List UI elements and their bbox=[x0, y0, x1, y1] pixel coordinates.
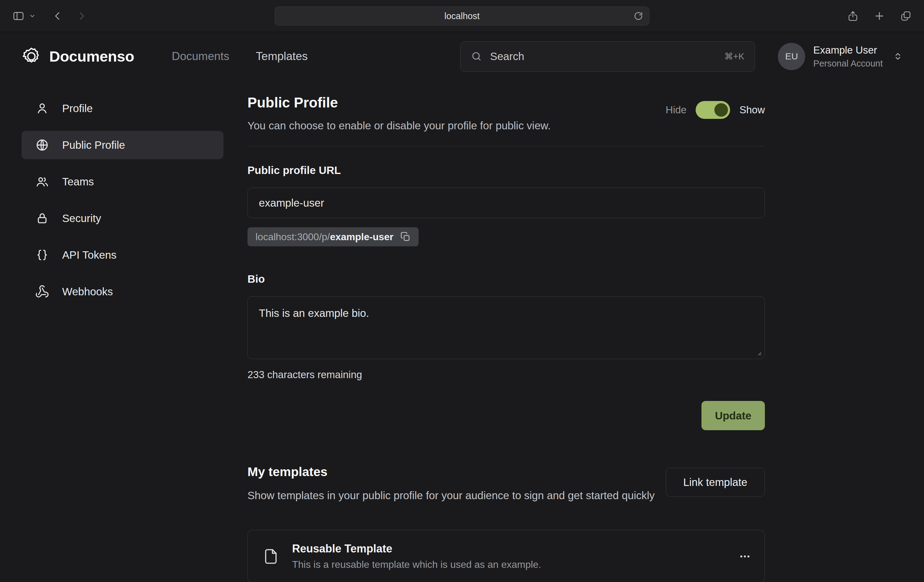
show-label: Show bbox=[739, 104, 765, 116]
sidebar-item-label: Public Profile bbox=[62, 139, 125, 151]
chevron-down-icon bbox=[29, 13, 36, 20]
sidebar-item-webhooks[interactable]: Webhooks bbox=[21, 278, 223, 306]
settings-sidebar: Profile Public Profile Teams Security AP… bbox=[21, 94, 223, 306]
browser-chrome: localhost bbox=[0, 0, 924, 32]
link-template-button[interactable]: Link template bbox=[666, 468, 765, 497]
sidebar-toggle-button[interactable] bbox=[12, 10, 25, 22]
forward-arrow-icon bbox=[76, 11, 87, 21]
sidebar-item-profile[interactable]: Profile bbox=[21, 94, 223, 122]
share-icon bbox=[847, 10, 859, 22]
plus-icon bbox=[873, 10, 885, 22]
sidebar-item-label: API Tokens bbox=[62, 249, 116, 261]
globe-icon bbox=[35, 138, 49, 152]
address-bar-url: localhost bbox=[444, 11, 480, 21]
public-profile-panel: Public Profile You can choose to enable … bbox=[248, 94, 765, 582]
sidebar-toggle-icon bbox=[12, 10, 25, 22]
main-nav: Documents Templates bbox=[172, 50, 308, 63]
url-preview-text: localhost:3000/p/example-user bbox=[256, 231, 393, 243]
content: Profile Public Profile Teams Security AP… bbox=[0, 81, 924, 582]
template-name: Reusable Template bbox=[292, 542, 541, 555]
new-tab-button[interactable] bbox=[873, 10, 885, 22]
search-input[interactable]: Search ⌘+K bbox=[460, 41, 755, 72]
webhook-icon bbox=[35, 284, 49, 299]
sidebar-item-label: Security bbox=[62, 212, 101, 225]
profile-url-input[interactable] bbox=[248, 187, 765, 218]
forward-button[interactable] bbox=[76, 11, 87, 21]
user-menu[interactable]: EU Example User Personal Account bbox=[778, 43, 903, 70]
avatar: EU bbox=[778, 43, 805, 70]
app-header: Documenso Documents Templates Search ⌘+K… bbox=[0, 32, 924, 81]
reload-icon bbox=[634, 12, 643, 21]
app-logo[interactable]: Documenso bbox=[21, 46, 134, 66]
users-icon bbox=[35, 175, 49, 189]
nav-documents[interactable]: Documents bbox=[172, 50, 229, 63]
hide-label: Hide bbox=[666, 104, 687, 116]
sidebar-item-teams[interactable]: Teams bbox=[21, 167, 223, 196]
user-name: Example User bbox=[813, 45, 883, 56]
sidebar-item-security[interactable]: Security bbox=[21, 204, 223, 233]
ellipsis-icon bbox=[739, 550, 751, 562]
nav-templates[interactable]: Templates bbox=[256, 50, 308, 63]
search-icon bbox=[471, 51, 482, 62]
sidebar-item-label: Webhooks bbox=[62, 286, 113, 298]
templates-description: Show templates in your public profile fo… bbox=[248, 488, 655, 503]
documenso-logo-icon bbox=[21, 46, 41, 66]
copy-url-button[interactable] bbox=[400, 231, 411, 242]
braces-icon bbox=[35, 248, 49, 262]
toggle-knob bbox=[714, 103, 728, 117]
profile-url-preview: localhost:3000/p/example-user bbox=[248, 227, 419, 246]
page-subtitle: You can choose to enable or disable your… bbox=[248, 119, 551, 132]
user-icon bbox=[35, 101, 49, 116]
bio-field-label: Bio bbox=[248, 273, 765, 285]
user-account-type: Personal Account bbox=[813, 58, 883, 69]
template-card: Reusable Template This is a reusable tem… bbox=[248, 530, 765, 582]
page-title: Public Profile bbox=[248, 94, 551, 111]
resize-grip-icon bbox=[753, 347, 762, 357]
back-arrow-icon bbox=[52, 11, 63, 21]
brand-name: Documenso bbox=[49, 48, 134, 65]
tabs-overview-icon bbox=[900, 10, 912, 22]
tabs-overview-button[interactable] bbox=[900, 10, 912, 22]
section-divider bbox=[248, 146, 765, 146]
sidebar-item-public-profile[interactable]: Public Profile bbox=[21, 131, 223, 159]
copy-icon bbox=[400, 231, 411, 242]
bio-textarea[interactable]: This is an example bio. bbox=[248, 296, 765, 359]
sidebar-item-label: Profile bbox=[62, 102, 92, 114]
sidebar-item-api-tokens[interactable]: API Tokens bbox=[21, 241, 223, 269]
search-shortcut: ⌘+K bbox=[724, 51, 744, 61]
share-button[interactable] bbox=[847, 10, 859, 22]
url-field-label: Public profile URL bbox=[248, 164, 765, 177]
chevrons-up-down-icon bbox=[893, 52, 903, 61]
lock-icon bbox=[35, 211, 49, 225]
template-menu-button[interactable] bbox=[739, 550, 751, 562]
file-icon bbox=[261, 547, 280, 566]
back-button[interactable] bbox=[52, 11, 63, 21]
toolbar-chevron-button[interactable] bbox=[29, 13, 36, 20]
resize-grip[interactable] bbox=[753, 347, 762, 357]
update-button[interactable]: Update bbox=[701, 401, 765, 430]
reload-button[interactable] bbox=[634, 12, 643, 21]
templates-title: My templates bbox=[248, 465, 655, 479]
address-bar[interactable]: localhost bbox=[275, 7, 649, 26]
visibility-control: Hide Show bbox=[666, 101, 765, 119]
profile-visibility-toggle[interactable] bbox=[696, 101, 730, 119]
template-description: This is a reusable template which is use… bbox=[292, 559, 541, 570]
my-templates-section: My templates Show templates in your publ… bbox=[248, 465, 765, 582]
characters-remaining: 233 characters remaining bbox=[248, 369, 765, 380]
sidebar-item-label: Teams bbox=[62, 175, 94, 188]
search-placeholder: Search bbox=[490, 50, 524, 63]
